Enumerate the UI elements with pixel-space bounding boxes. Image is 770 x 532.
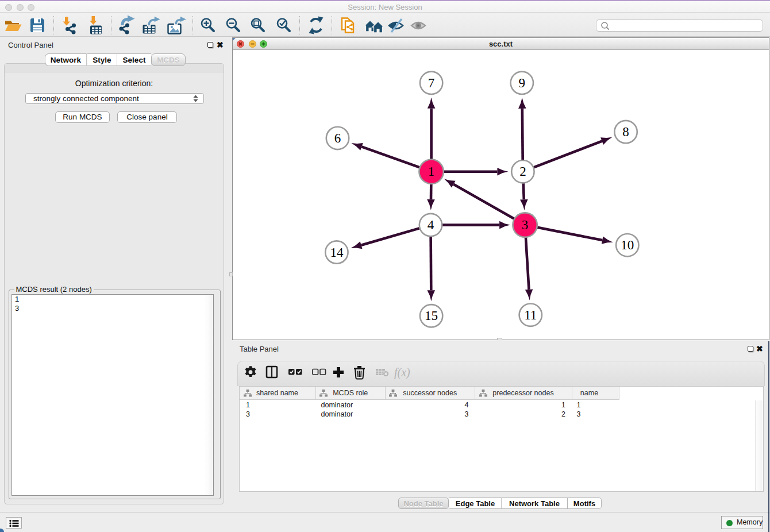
svg-text:7: 7 [428, 76, 435, 90]
svg-text:14: 14 [330, 245, 344, 260]
svg-text:10: 10 [621, 238, 634, 252]
svg-text:1: 1 [428, 164, 435, 179]
svg-text:6: 6 [334, 131, 341, 145]
svg-text:15: 15 [425, 309, 438, 323]
svg-text:4: 4 [428, 218, 434, 232]
svg-text:3: 3 [522, 218, 529, 232]
svg-text:f(x): f(x) [394, 366, 410, 379]
svg-text:9: 9 [519, 76, 526, 90]
svg-text:8: 8 [622, 125, 629, 139]
svg-text:11: 11 [524, 308, 537, 322]
svg-text:2: 2 [519, 164, 526, 179]
